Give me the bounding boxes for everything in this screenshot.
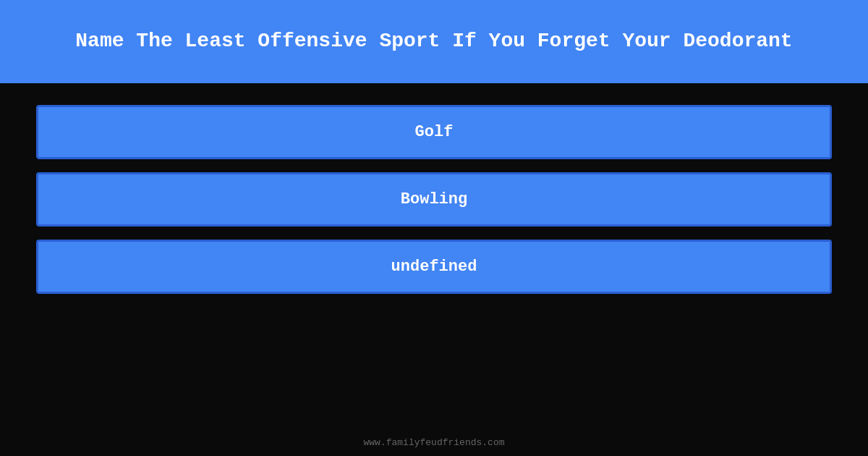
answer-button-2[interactable]: Bowling [36, 172, 832, 227]
footer-url: www.familyfeudfriends.com [363, 437, 504, 448]
question-title: Name The Least Offensive Sport If You Fo… [75, 28, 792, 54]
question-header: Name The Least Offensive Sport If You Fo… [0, 0, 868, 83]
answers-container: Golf Bowling undefined [0, 83, 868, 428]
answer-button-1[interactable]: Golf [36, 105, 832, 159]
answer-button-3[interactable]: undefined [36, 240, 832, 294]
page-footer: www.familyfeudfriends.com [0, 428, 868, 456]
